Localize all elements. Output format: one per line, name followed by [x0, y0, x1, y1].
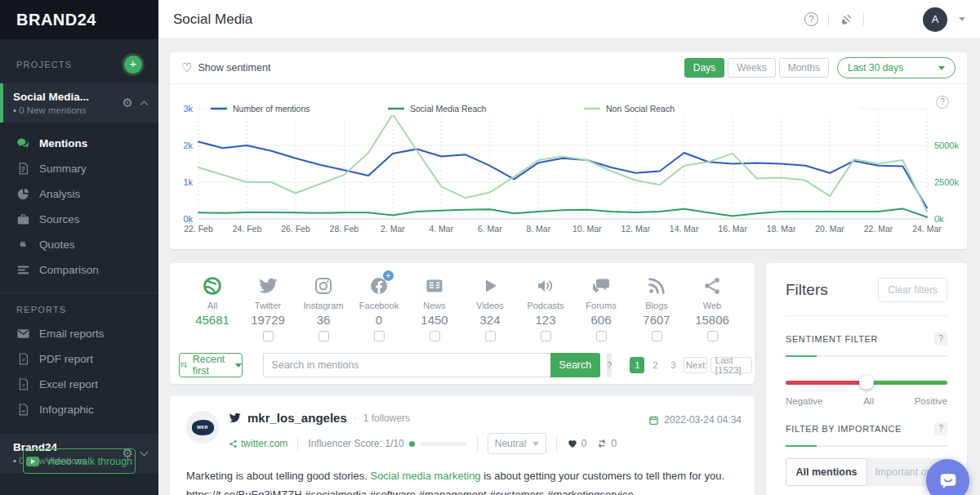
sidebar-item-mentions[interactable]: Mentions — [0, 131, 158, 156]
sentiment-slider[interactable] — [786, 375, 947, 390]
importance-toggle: All mentionsImportant only — [786, 458, 947, 486]
sidebar-item-analysis[interactable]: Analysis — [0, 181, 158, 207]
pagination-last-1523-[interactable]: Last [1523] — [710, 357, 753, 373]
sentiment-help-icon[interactable]: ? — [934, 332, 947, 346]
sidebar-item-sources[interactable]: Sources — [0, 207, 158, 232]
sidebar-reports: Email reportsPPDF reportXExcel reportInf… — [0, 319, 158, 427]
source-checkbox[interactable] — [485, 331, 496, 341]
source-filter-twitter[interactable]: Twitter19729 — [240, 276, 296, 341]
importance-help-icon[interactable]: ? — [934, 422, 947, 435]
source-checkbox[interactable] — [652, 331, 662, 341]
svg-text:Number of mentions: Number of mentions — [233, 104, 310, 114]
source-filter-facebook[interactable]: +Facebook0 — [351, 276, 407, 341]
source-filter-all[interactable]: All45681 — [185, 276, 240, 341]
source-checkbox[interactable] — [318, 331, 329, 341]
pagination-3[interactable]: 3 — [666, 357, 680, 373]
svg-text:2500k: 2500k — [934, 177, 959, 187]
source-filter-web[interactable]: Web15806 — [684, 276, 740, 341]
source-filter-news[interactable]: News1450 — [407, 276, 462, 341]
video-walkthrough-button[interactable]: Video walk through — [23, 448, 136, 474]
sidebar-item-excel-report[interactable]: XExcel report — [0, 372, 158, 397]
source-filter-instagram[interactable]: Instagram36 — [296, 276, 351, 341]
filters-panel: Filters Clear filters SENTIMENT FILTER ?… — [766, 263, 967, 495]
web-icon — [702, 276, 722, 296]
sort-caret-icon — [235, 363, 242, 368]
source-checkbox[interactable] — [430, 331, 440, 341]
help-icon[interactable]: ? — [804, 12, 818, 26]
sidebar-item-email-reports[interactable]: Email reports — [0, 321, 158, 346]
source-filter-blogs[interactable]: Blogs7607 — [629, 276, 684, 341]
add-project-button[interactable]: + — [124, 56, 142, 74]
blogs-icon — [647, 276, 666, 296]
avatar-menu-caret-icon[interactable] — [959, 17, 965, 21]
pagination-1[interactable]: 1 — [630, 357, 644, 373]
source-checkbox[interactable] — [596, 331, 607, 341]
share-icon — [229, 439, 238, 448]
sidebar-item-comparison[interactable]: Comparison — [0, 257, 158, 283]
sentiment-all-label: All — [863, 396, 874, 406]
sentiment-caret-icon — [532, 442, 539, 446]
user-avatar[interactable]: A — [923, 7, 947, 32]
infographic-icon — [16, 403, 30, 417]
svg-text:12. Mar: 12. Mar — [621, 224, 650, 234]
svg-text:5000k: 5000k — [934, 140, 959, 150]
integrations-plug-icon[interactable] — [839, 12, 853, 27]
chevron-up-icon[interactable] — [140, 100, 149, 109]
svg-text:Non Social Reach: Non Social Reach — [606, 104, 675, 114]
svg-text:22. Mar: 22. Mar — [864, 224, 893, 234]
importance-option-all-mentions[interactable]: All mentions — [786, 458, 867, 486]
mention-source-link[interactable]: twitter.com — [229, 438, 287, 449]
source-checkbox[interactable] — [374, 331, 385, 341]
sidebar-item-infographic[interactable]: Infographic — [0, 397, 158, 422]
search-input[interactable] — [263, 353, 550, 377]
svg-text:1k: 1k — [183, 177, 193, 187]
influencer-score: Influencer Score: 1/10 — [308, 438, 466, 449]
source-checkbox[interactable] — [263, 331, 274, 341]
clear-filters-button[interactable]: Clear filters — [878, 278, 947, 302]
chat-widget-button[interactable] — [926, 459, 969, 495]
source-filter-videos[interactable]: Videos324 — [462, 276, 518, 341]
pdf-icon: P — [16, 352, 30, 366]
source-filter-forums[interactable]: Forums606 — [573, 276, 629, 341]
mention-author[interactable]: mkr_los_angeles — [247, 411, 347, 425]
show-sentiment-toggle[interactable]: ♡ Show sentiment — [181, 60, 270, 75]
sort-order-dropdown[interactable]: Recent first — [179, 353, 243, 377]
news-icon — [425, 276, 444, 296]
svg-text:10. Mar: 10. Mar — [572, 224, 602, 234]
score-track — [420, 442, 467, 446]
sentiment-dropdown[interactable]: Neutral — [488, 433, 546, 454]
sidebar-item-pdf-report[interactable]: PPDF report — [0, 346, 158, 372]
page-title: Social Media — [173, 11, 252, 28]
mention-followers: 1 followers — [363, 412, 410, 424]
source-filter-podcasts[interactable]: Podcasts123 — [518, 276, 573, 341]
pagination: 123NextLast [1523] — [630, 357, 752, 373]
chevron-down-icon[interactable] — [140, 448, 149, 457]
sidebar-item-summary[interactable]: Summary — [0, 156, 158, 181]
active-project[interactable]: Social Media... • 0 New mentions ⚙ — [0, 83, 158, 123]
source-checkbox[interactable] — [541, 331, 551, 341]
svg-text:8. Mar: 8. Mar — [526, 224, 550, 234]
search-help-icon[interactable]: ? — [607, 353, 612, 377]
sidebar-item-quotes[interactable]: Quotes — [0, 232, 158, 257]
sentiment-slider-thumb[interactable] — [859, 375, 874, 390]
likes-stat[interactable]: 0 — [567, 438, 587, 449]
range-button-months[interactable]: Months — [779, 58, 829, 78]
chart-help-icon[interactable]: ? — [936, 96, 949, 109]
svg-text:20. Mar: 20. Mar — [815, 224, 844, 234]
add-source-badge[interactable]: + — [383, 270, 394, 281]
date-range-select[interactable]: Last 30 days — [837, 57, 956, 78]
comparison-icon — [16, 263, 30, 277]
topbar: Social Media ? A — [158, 0, 980, 39]
source-checkbox[interactable] — [707, 331, 718, 341]
search-button[interactable]: Search — [550, 353, 601, 377]
pagination-2[interactable]: 2 — [648, 357, 662, 373]
sources-icon — [16, 212, 30, 226]
globe-icon — [203, 276, 222, 296]
pagination-next[interactable]: Next — [684, 357, 706, 373]
range-button-weeks[interactable]: Weeks — [728, 58, 775, 78]
project-settings-gear-icon[interactable]: ⚙ — [122, 96, 133, 110]
svg-text:28. Feb: 28. Feb — [330, 224, 359, 234]
range-button-days[interactable]: Days — [684, 58, 724, 78]
retweets-stat[interactable]: 0 — [596, 438, 617, 449]
sentiment-filter-label: SENTIMENT FILTER — [786, 334, 878, 344]
